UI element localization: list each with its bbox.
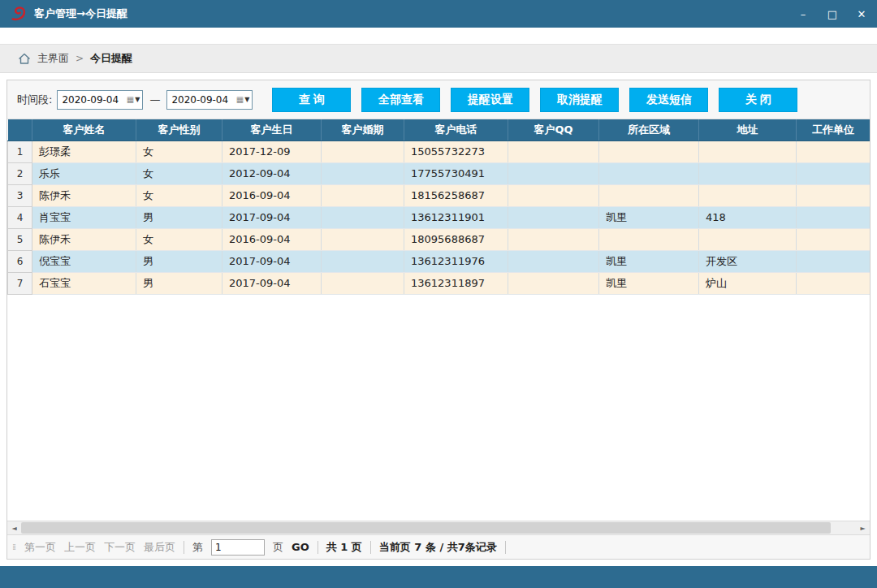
table-cell[interactable]: 炉山: [699, 272, 797, 294]
table-cell[interactable]: 女: [136, 141, 222, 162]
table-cell[interactable]: [699, 228, 797, 250]
home-icon[interactable]: [18, 53, 31, 65]
table-cell[interactable]: [322, 206, 404, 228]
send-sms-button[interactable]: 发送短信: [629, 88, 708, 112]
reminder-settings-button[interactable]: 提醒设置: [451, 88, 529, 112]
table-cell[interactable]: [797, 272, 871, 294]
chevron-down-icon[interactable]: ▼: [135, 96, 140, 103]
table-cell[interactable]: 男: [136, 250, 222, 272]
table-cell[interactable]: [508, 141, 599, 162]
table-row[interactable]: 1彭璟柔女2017-12-0915055732273: [8, 141, 871, 162]
cancel-reminder-button[interactable]: 取消提醒: [540, 88, 619, 112]
table-cell[interactable]: [797, 228, 871, 250]
table-cell[interactable]: 石宝宝: [32, 272, 136, 294]
minimize-button[interactable]: –: [796, 8, 810, 20]
table-cell[interactable]: 2017-09-04: [222, 206, 322, 228]
column-header-gender[interactable]: 客户性别: [136, 119, 222, 141]
table-cell[interactable]: 2012-09-04: [222, 162, 322, 184]
table-cell[interactable]: [797, 141, 871, 162]
column-header-address[interactable]: 地址: [699, 119, 797, 141]
scrollbar-thumb[interactable]: [21, 522, 831, 534]
table-row[interactable]: 4肖宝宝男2017-09-0413612311901凯里418: [8, 206, 871, 228]
next-page-link[interactable]: 下一页: [104, 540, 136, 555]
table-cell[interactable]: 2017-12-09: [222, 141, 322, 162]
table-cell[interactable]: [599, 141, 699, 162]
table-cell[interactable]: 开发区: [699, 250, 797, 272]
table-row[interactable]: 2乐乐女2012-09-0417755730491: [8, 162, 871, 184]
table-cell[interactable]: 凯里: [599, 250, 699, 272]
table-cell[interactable]: 17755730491: [404, 162, 508, 184]
table-cell[interactable]: [699, 184, 797, 206]
date-from-value[interactable]: 2020-09-04: [58, 94, 126, 106]
table-cell[interactable]: 18156258687: [404, 184, 508, 206]
table-cell[interactable]: [322, 272, 404, 294]
close-button[interactable]: ✕: [854, 8, 869, 20]
table-cell[interactable]: 2017-09-04: [222, 272, 322, 294]
table-cell[interactable]: [508, 250, 599, 272]
table-cell[interactable]: 倪宝宝: [32, 250, 136, 272]
table-cell[interactable]: 肖宝宝: [32, 206, 136, 228]
table-cell[interactable]: [322, 184, 404, 206]
date-to-value[interactable]: 2020-09-04: [167, 94, 235, 106]
table-cell[interactable]: 女: [136, 162, 222, 184]
table-cell[interactable]: 418: [699, 206, 797, 228]
table-cell[interactable]: 2017-09-04: [222, 250, 322, 272]
table-cell[interactable]: [508, 272, 599, 294]
table-cell[interactable]: [508, 206, 599, 228]
table-cell[interactable]: [322, 250, 404, 272]
view-all-button[interactable]: 全部查看: [361, 88, 440, 112]
table-cell[interactable]: [508, 228, 599, 250]
table-cell[interactable]: [699, 141, 797, 162]
table-cell[interactable]: 陈伊禾: [32, 184, 136, 206]
query-button[interactable]: 查 询: [272, 88, 351, 112]
table-cell[interactable]: [322, 228, 404, 250]
table-cell[interactable]: 女: [136, 228, 222, 250]
column-header-name[interactable]: 客户姓名: [32, 119, 136, 141]
chevron-down-icon[interactable]: ▼: [244, 96, 249, 103]
table-cell[interactable]: [797, 206, 871, 228]
table-cell[interactable]: 陈伊禾: [32, 228, 136, 250]
go-button[interactable]: GO: [292, 541, 309, 553]
prev-page-link[interactable]: 上一页: [64, 540, 96, 555]
table-cell[interactable]: 13612311901: [404, 206, 508, 228]
table-cell[interactable]: 乐乐: [32, 162, 136, 184]
table-cell[interactable]: [599, 162, 699, 184]
table-row[interactable]: 5陈伊禾女2016-09-0418095688687: [8, 228, 871, 250]
breadcrumb-home-label[interactable]: 主界面: [37, 51, 69, 66]
scroll-right-icon[interactable]: ►: [856, 521, 870, 534]
table-cell[interactable]: 凯里: [599, 206, 699, 228]
table-cell[interactable]: [322, 162, 404, 184]
close-page-button[interactable]: 关 闭: [719, 88, 797, 112]
column-header-birthday[interactable]: 客户生日: [222, 119, 322, 141]
column-header-qq[interactable]: 客户QQ: [508, 119, 599, 141]
table-cell[interactable]: 2016-09-04: [222, 184, 322, 206]
table-cell[interactable]: [699, 162, 797, 184]
table-cell[interactable]: 13612311976: [404, 250, 508, 272]
table-cell[interactable]: 15055732273: [404, 141, 508, 162]
scroll-left-icon[interactable]: ◄: [7, 521, 21, 534]
table-cell[interactable]: 男: [136, 272, 222, 294]
table-cell[interactable]: [797, 250, 871, 272]
table-cell[interactable]: 女: [136, 184, 222, 206]
table-cell[interactable]: [599, 184, 699, 206]
table-cell[interactable]: 13612311897: [404, 272, 508, 294]
table-row[interactable]: 7石宝宝男2017-09-0413612311897凯里炉山: [8, 272, 871, 294]
scrollbar-track[interactable]: [21, 521, 856, 534]
table-cell[interactable]: 彭璟柔: [32, 141, 136, 162]
table-cell[interactable]: [322, 141, 404, 162]
date-from-picker[interactable]: 2020-09-04 ▦ ▼: [57, 90, 143, 110]
column-header-phone[interactable]: 客户电话: [404, 119, 508, 141]
table-row[interactable]: 3陈伊禾女2016-09-0418156258687: [8, 184, 871, 206]
table-cell[interactable]: 2016-09-04: [222, 228, 322, 250]
table-cell[interactable]: [797, 184, 871, 206]
date-to-picker[interactable]: 2020-09-04 ▦ ▼: [166, 90, 253, 110]
horizontal-scrollbar[interactable]: ◄ ►: [7, 521, 870, 534]
maximize-button[interactable]: □: [825, 8, 840, 20]
column-header-region[interactable]: 所在区域: [599, 119, 699, 141]
table-cell[interactable]: [508, 162, 599, 184]
table-cell[interactable]: [797, 162, 871, 184]
column-header-wedding[interactable]: 客户婚期: [322, 119, 404, 141]
table-cell[interactable]: [599, 228, 699, 250]
table-cell[interactable]: 男: [136, 206, 222, 228]
column-header-workplace[interactable]: 工作单位: [797, 119, 871, 141]
